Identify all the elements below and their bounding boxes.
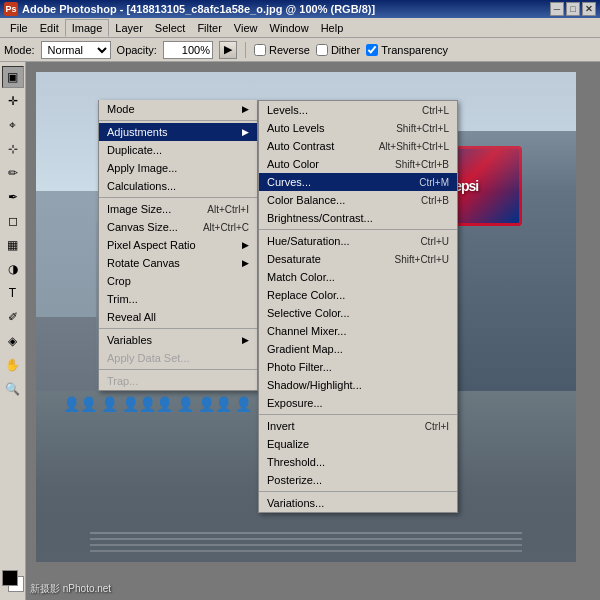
dither-group: Dither	[316, 44, 360, 56]
window-controls[interactable]: ─ □ ✕	[550, 2, 596, 16]
menu-file[interactable]: File	[4, 19, 34, 37]
tool-move[interactable]: ✛	[2, 90, 24, 112]
adj-brightness-contrast[interactable]: Brightness/Contrast...	[259, 209, 457, 227]
menu-item-trap[interactable]: Trap...	[99, 372, 257, 390]
tool-hand[interactable]: ✋	[2, 354, 24, 376]
tool-clone[interactable]: ✒	[2, 186, 24, 208]
adj-curves-label: Curves...	[267, 176, 311, 188]
tool-brush[interactable]: ✏	[2, 162, 24, 184]
mode-arrow-icon: ▶	[242, 104, 249, 114]
maximize-button[interactable]: □	[566, 2, 580, 16]
adj-levels-label: Levels...	[267, 104, 308, 116]
color-swatches[interactable]	[2, 570, 24, 592]
adj-match-color[interactable]: Match Color...	[259, 268, 457, 286]
mode-select[interactable]: Normal	[41, 41, 111, 59]
tool-zoom[interactable]: 🔍	[2, 378, 24, 400]
adj-auto-levels[interactable]: Auto Levels Shift+Ctrl+L	[259, 119, 457, 137]
opacity-arrow-btn[interactable]: ▶	[219, 41, 237, 59]
adj-curves[interactable]: Curves... Ctrl+M	[259, 173, 457, 191]
variables-arrow: ▶	[242, 335, 249, 345]
adj-sep-2	[259, 414, 457, 415]
menu-item-crop[interactable]: Crop	[99, 272, 257, 290]
tool-eraser[interactable]: ◻	[2, 210, 24, 232]
tool-pen[interactable]: ✐	[2, 306, 24, 328]
menu-select[interactable]: Select	[149, 19, 192, 37]
adj-variations[interactable]: Variations...	[259, 494, 457, 512]
adj-color-balance-shortcut: Ctrl+B	[421, 195, 449, 206]
menu-item-mode[interactable]: Mode ▶	[99, 100, 257, 118]
adj-exposure[interactable]: Exposure...	[259, 394, 457, 412]
menu-filter[interactable]: Filter	[191, 19, 227, 37]
adj-invert[interactable]: Invert Ctrl+I	[259, 417, 457, 435]
menu-item-adjustments[interactable]: Adjustments ▶	[99, 123, 257, 141]
menu-layer[interactable]: Layer	[109, 19, 149, 37]
foreground-color[interactable]	[2, 570, 18, 586]
adj-gradient-map[interactable]: Gradient Map...	[259, 340, 457, 358]
menu-item-apply-data-set[interactable]: Apply Data Set...	[99, 349, 257, 367]
adjustments-arrow-icon: ▶	[242, 127, 249, 137]
transparency-group: Transparency	[366, 44, 448, 56]
close-button[interactable]: ✕	[582, 2, 596, 16]
menu-help[interactable]: Help	[315, 19, 350, 37]
dither-checkbox[interactable]	[316, 44, 328, 56]
transparency-label: Transparency	[381, 44, 448, 56]
menu-item-image-size[interactable]: Image Size... Alt+Ctrl+I	[99, 200, 257, 218]
menu-item-reveal-all[interactable]: Reveal All	[99, 308, 257, 326]
adj-auto-color[interactable]: Auto Color Shift+Ctrl+B	[259, 155, 457, 173]
tool-select[interactable]: ▣	[2, 66, 24, 88]
rotate-canvas-label: Rotate Canvas	[107, 257, 180, 269]
adj-channel-mixer[interactable]: Channel Mixer...	[259, 322, 457, 340]
menu-item-apply-image[interactable]: Apply Image...	[99, 159, 257, 177]
tool-gradient[interactable]: ▦	[2, 234, 24, 256]
adj-threshold[interactable]: Threshold...	[259, 453, 457, 471]
menu-image[interactable]: Image	[65, 19, 110, 37]
tool-crop[interactable]: ⊹	[2, 138, 24, 160]
tool-dodge[interactable]: ◑	[2, 258, 24, 280]
tool-lasso[interactable]: ⌖	[2, 114, 24, 136]
adj-posterize-label: Posterize...	[267, 474, 322, 486]
dither-label: Dither	[331, 44, 360, 56]
menu-item-duplicate[interactable]: Duplicate...	[99, 141, 257, 159]
title-bar: Ps Adobe Photoshop - [418813105_c8afc1a5…	[0, 0, 600, 18]
adj-auto-contrast[interactable]: Auto Contrast Alt+Shift+Ctrl+L	[259, 137, 457, 155]
adj-replace-color[interactable]: Replace Color...	[259, 286, 457, 304]
menu-item-variables[interactable]: Variables ▶	[99, 331, 257, 349]
adj-hue-saturation[interactable]: Hue/Saturation... Ctrl+U	[259, 232, 457, 250]
tool-shape[interactable]: ◈	[2, 330, 24, 352]
menu-item-calculations[interactable]: Calculations...	[99, 177, 257, 195]
duplicate-label: Duplicate...	[107, 144, 162, 156]
adj-equalize[interactable]: Equalize	[259, 435, 457, 453]
menu-view[interactable]: View	[228, 19, 264, 37]
adj-desaturate[interactable]: Desaturate Shift+Ctrl+U	[259, 250, 457, 268]
adj-desaturate-shortcut: Shift+Ctrl+U	[395, 254, 449, 265]
adj-levels-shortcut: Ctrl+L	[422, 105, 449, 116]
opacity-input[interactable]	[163, 41, 213, 59]
adj-photo-filter[interactable]: Photo Filter...	[259, 358, 457, 376]
adj-auto-contrast-shortcut: Alt+Shift+Ctrl+L	[379, 141, 449, 152]
adj-sep-3	[259, 491, 457, 492]
apply-image-label: Apply Image...	[107, 162, 177, 174]
mode-label: Mode:	[4, 44, 35, 56]
adj-levels[interactable]: Levels... Ctrl+L	[259, 101, 457, 119]
menu-item-rotate-canvas[interactable]: Rotate Canvas ▶	[99, 254, 257, 272]
adj-match-color-label: Match Color...	[267, 271, 335, 283]
adj-posterize[interactable]: Posterize...	[259, 471, 457, 489]
transparency-checkbox[interactable]	[366, 44, 378, 56]
menu-window[interactable]: Window	[264, 19, 315, 37]
tool-text[interactable]: T	[2, 282, 24, 304]
adj-curves-shortcut: Ctrl+M	[419, 177, 449, 188]
adj-selective-color[interactable]: Selective Color...	[259, 304, 457, 322]
menu-item-trim[interactable]: Trim...	[99, 290, 257, 308]
adj-color-balance[interactable]: Color Balance... Ctrl+B	[259, 191, 457, 209]
trim-label: Trim...	[107, 293, 138, 305]
menu-item-pixel-aspect[interactable]: Pixel Aspect Ratio ▶	[99, 236, 257, 254]
adj-shadow-highlight[interactable]: Shadow/Highlight...	[259, 376, 457, 394]
adj-auto-contrast-label: Auto Contrast	[267, 140, 334, 152]
reverse-label: Reverse	[269, 44, 310, 56]
menu-item-canvas-size[interactable]: Canvas Size... Alt+Ctrl+C	[99, 218, 257, 236]
reverse-checkbox[interactable]	[254, 44, 266, 56]
opacity-label: Opacity:	[117, 44, 157, 56]
adj-invert-shortcut: Ctrl+I	[425, 421, 449, 432]
minimize-button[interactable]: ─	[550, 2, 564, 16]
menu-edit[interactable]: Edit	[34, 19, 65, 37]
